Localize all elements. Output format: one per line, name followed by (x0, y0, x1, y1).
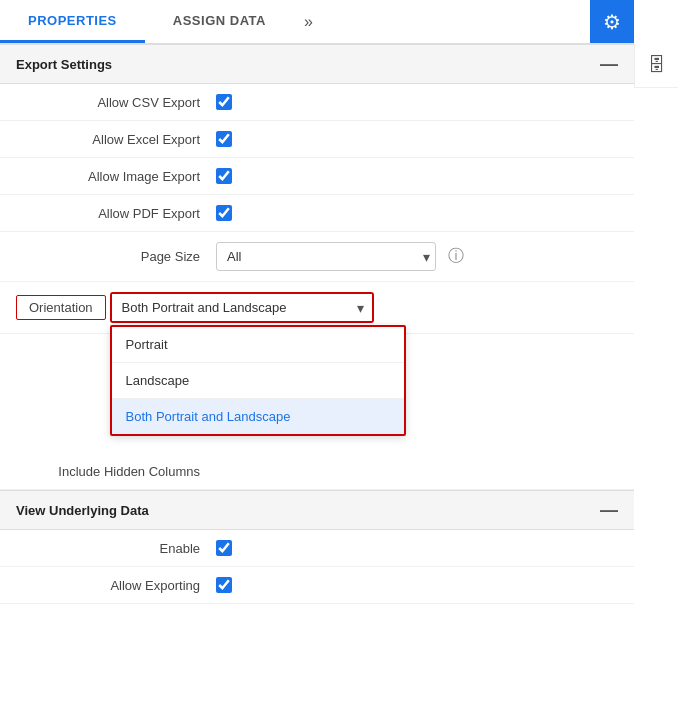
orientation-label: Orientation (16, 295, 106, 320)
database-button[interactable]: 🗄 (634, 44, 678, 88)
orientation-option-landscape[interactable]: Landscape (112, 363, 404, 399)
allow-image-checkbox-wrap (216, 168, 232, 184)
include-hidden-columns-row: Include Hidden Columns (0, 454, 634, 490)
allow-exporting-row: Allow Exporting (0, 567, 634, 604)
enable-label: Enable (16, 541, 216, 556)
enable-checkbox[interactable] (216, 540, 232, 556)
header-spacer (323, 0, 590, 43)
allow-exporting-label: Allow Exporting (16, 578, 216, 593)
allow-exporting-checkbox-wrap (216, 577, 232, 593)
enable-checkbox-wrap (216, 540, 232, 556)
allow-csv-checkbox-wrap (216, 94, 232, 110)
database-icon: 🗄 (648, 55, 666, 76)
allow-pdf-label: Allow PDF Export (16, 206, 216, 221)
allow-excel-label: Allow Excel Export (16, 132, 216, 147)
orientation-option-portrait[interactable]: Portrait (112, 327, 404, 363)
allow-image-row: Allow Image Export (0, 158, 634, 195)
header: PROPERTIES ASSIGN DATA » ⚙ (0, 0, 634, 44)
allow-pdf-row: Allow PDF Export (0, 195, 634, 232)
enable-row: Enable (0, 530, 634, 567)
page-size-select[interactable]: All Letter A4 Legal (216, 242, 436, 271)
orientation-option-both[interactable]: Both Portrait and Landscape (112, 399, 404, 434)
allow-csv-row: Allow CSV Export (0, 84, 634, 121)
expand-button[interactable]: » (294, 0, 323, 43)
page-size-row: Page Size All Letter A4 Legal ▾ ⓘ (0, 232, 634, 282)
include-hidden-columns-label: Include Hidden Columns (16, 464, 216, 479)
allow-excel-checkbox-wrap (216, 131, 232, 147)
allow-pdf-checkbox[interactable] (216, 205, 232, 221)
allow-csv-label: Allow CSV Export (16, 95, 216, 110)
orientation-select[interactable]: Both Portrait and Landscape Portrait Lan… (112, 294, 372, 321)
allow-image-checkbox[interactable] (216, 168, 232, 184)
allow-pdf-checkbox-wrap (216, 205, 232, 221)
allow-exporting-checkbox[interactable] (216, 577, 232, 593)
orientation-dropdown-list: Portrait Landscape Both Portrait and Lan… (110, 325, 406, 436)
orientation-dropdown-wrap[interactable]: Both Portrait and Landscape Portrait Lan… (110, 292, 374, 323)
orientation-row: Orientation Both Portrait and Landscape … (0, 282, 634, 334)
gear-button[interactable]: ⚙ (590, 0, 634, 43)
page-size-dropdown-wrap: All Letter A4 Legal ▾ ⓘ (216, 242, 464, 271)
export-settings-collapse[interactable]: — (600, 55, 618, 73)
allow-csv-checkbox[interactable] (216, 94, 232, 110)
gear-icon: ⚙ (603, 10, 621, 34)
allow-image-label: Allow Image Export (16, 169, 216, 184)
view-underlying-data-title: View Underlying Data (16, 503, 149, 518)
view-underlying-data-collapse[interactable]: — (600, 501, 618, 519)
view-underlying-data-section-header: View Underlying Data — (0, 490, 634, 530)
tab-assign-data[interactable]: ASSIGN DATA (145, 0, 294, 43)
page-size-info-icon[interactable]: ⓘ (448, 246, 464, 267)
allow-excel-checkbox[interactable] (216, 131, 232, 147)
export-settings-title: Export Settings (16, 57, 112, 72)
allow-excel-row: Allow Excel Export (0, 121, 634, 158)
tab-properties[interactable]: PROPERTIES (0, 0, 145, 43)
export-settings-section-header: Export Settings — (0, 44, 634, 84)
expand-icon: » (304, 13, 313, 31)
page-size-label: Page Size (16, 249, 216, 264)
